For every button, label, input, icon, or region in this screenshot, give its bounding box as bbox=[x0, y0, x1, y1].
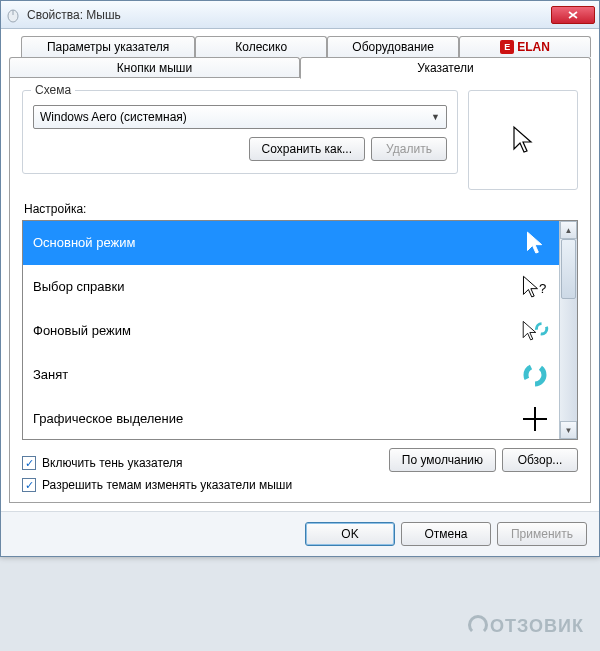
scheme-row: Схема Windows Aero (системная) ▼ Сохрани… bbox=[22, 90, 578, 190]
elan-logo-icon: E bbox=[500, 40, 514, 54]
list-item-label: Фоновый режим bbox=[33, 323, 131, 338]
ok-button[interactable]: OK bbox=[305, 522, 395, 546]
tab-row-2: Кнопки мыши Указатели bbox=[9, 56, 591, 78]
titlebar: Свойства: Мышь bbox=[1, 1, 599, 29]
watermark-text: ОТЗОВИК bbox=[490, 616, 584, 636]
content-area: Параметры указателя Колесико Оборудовани… bbox=[1, 29, 599, 511]
tab-pointer-options[interactable]: Параметры указателя bbox=[21, 36, 195, 57]
allow-themes-label: Разрешить темам изменять указатели мыши bbox=[42, 478, 292, 492]
cursor-listbox[interactable]: Основной режим Выбор справки ? Фоновый р… bbox=[23, 221, 559, 439]
list-item-label: Занят bbox=[33, 367, 68, 382]
tab-pointers[interactable]: Указатели bbox=[300, 57, 591, 79]
svg-point-4 bbox=[526, 366, 544, 384]
save-as-button[interactable]: Сохранить как... bbox=[249, 137, 365, 161]
working-cursor-icon bbox=[521, 317, 549, 345]
below-list-row: ✓ Включить тень указателя По умолчанию О… bbox=[22, 448, 578, 472]
arrow-cursor-icon bbox=[511, 125, 535, 155]
list-action-buttons: По умолчанию Обзор... bbox=[389, 448, 578, 472]
list-item-help[interactable]: Выбор справки ? bbox=[23, 265, 559, 309]
scroll-up-button[interactable]: ▲ bbox=[560, 221, 577, 239]
svg-text:?: ? bbox=[539, 280, 546, 295]
apply-button[interactable]: Применить bbox=[497, 522, 587, 546]
defaults-button[interactable]: По умолчанию bbox=[389, 448, 496, 472]
enable-shadow-row: ✓ Включить тень указателя bbox=[22, 456, 183, 470]
enable-shadow-label: Включить тень указателя bbox=[42, 456, 183, 470]
tab-wheel[interactable]: Колесико bbox=[195, 36, 327, 57]
scroll-down-button[interactable]: ▼ bbox=[560, 421, 577, 439]
scheme-legend: Схема bbox=[31, 83, 75, 97]
scheme-dropdown[interactable]: Windows Aero (системная) ▼ bbox=[33, 105, 447, 129]
allow-themes-row: ✓ Разрешить темам изменять указатели мыш… bbox=[22, 478, 578, 492]
delete-button[interactable]: Удалить bbox=[371, 137, 447, 161]
close-button[interactable] bbox=[551, 6, 595, 24]
tab-elan[interactable]: E ELAN bbox=[459, 36, 591, 57]
dialog-button-row: OK Отмена Применить bbox=[1, 511, 599, 556]
tab-buttons[interactable]: Кнопки мыши bbox=[9, 57, 300, 79]
arrow-cursor-icon bbox=[521, 229, 549, 257]
precision-cursor-icon bbox=[521, 405, 549, 433]
scroll-thumb[interactable] bbox=[561, 239, 576, 299]
scheme-fieldset: Схема Windows Aero (системная) ▼ Сохрани… bbox=[22, 90, 458, 174]
list-item-busy[interactable]: Занят bbox=[23, 353, 559, 397]
list-item-label: Основной режим bbox=[33, 235, 135, 250]
tab-elan-label: ELAN bbox=[517, 40, 550, 54]
enable-shadow-checkbox[interactable]: ✓ bbox=[22, 456, 36, 470]
scheme-buttons: Сохранить как... Удалить bbox=[33, 137, 447, 161]
tab-strip: Параметры указателя Колесико Оборудовани… bbox=[9, 35, 591, 78]
browse-button[interactable]: Обзор... bbox=[502, 448, 578, 472]
scroll-track[interactable] bbox=[560, 299, 577, 421]
list-item-working[interactable]: Фоновый режим bbox=[23, 309, 559, 353]
listbox-wrap: Основной режим Выбор справки ? Фоновый р… bbox=[22, 220, 578, 440]
customize-label: Настройка: bbox=[24, 202, 578, 216]
list-item-precision[interactable]: Графическое выделение bbox=[23, 397, 559, 439]
tab-row-1: Параметры указателя Колесико Оборудовани… bbox=[9, 35, 591, 56]
help-cursor-icon: ? bbox=[521, 273, 549, 301]
mouse-icon bbox=[5, 7, 21, 23]
chevron-down-icon: ▼ bbox=[431, 112, 440, 122]
cancel-button[interactable]: Отмена bbox=[401, 522, 491, 546]
watermark: ОТЗОВИК bbox=[468, 616, 584, 637]
tab-hardware[interactable]: Оборудование bbox=[327, 36, 459, 57]
pointers-panel: Схема Windows Aero (системная) ▼ Сохрани… bbox=[9, 77, 591, 503]
allow-themes-checkbox[interactable]: ✓ bbox=[22, 478, 36, 492]
window-title: Свойства: Мышь bbox=[27, 8, 551, 22]
watermark-ring-icon bbox=[468, 615, 488, 635]
scheme-selected-value: Windows Aero (системная) bbox=[40, 110, 187, 124]
cursor-preview bbox=[468, 90, 578, 190]
mouse-properties-window: Свойства: Мышь Параметры указателя Колес… bbox=[0, 0, 600, 557]
svg-point-3 bbox=[536, 323, 546, 333]
list-item-normal[interactable]: Основной режим bbox=[23, 221, 559, 265]
scrollbar[interactable]: ▲ ▼ bbox=[559, 221, 577, 439]
list-item-label: Графическое выделение bbox=[33, 411, 183, 426]
busy-cursor-icon bbox=[521, 361, 549, 389]
list-item-label: Выбор справки bbox=[33, 279, 124, 294]
